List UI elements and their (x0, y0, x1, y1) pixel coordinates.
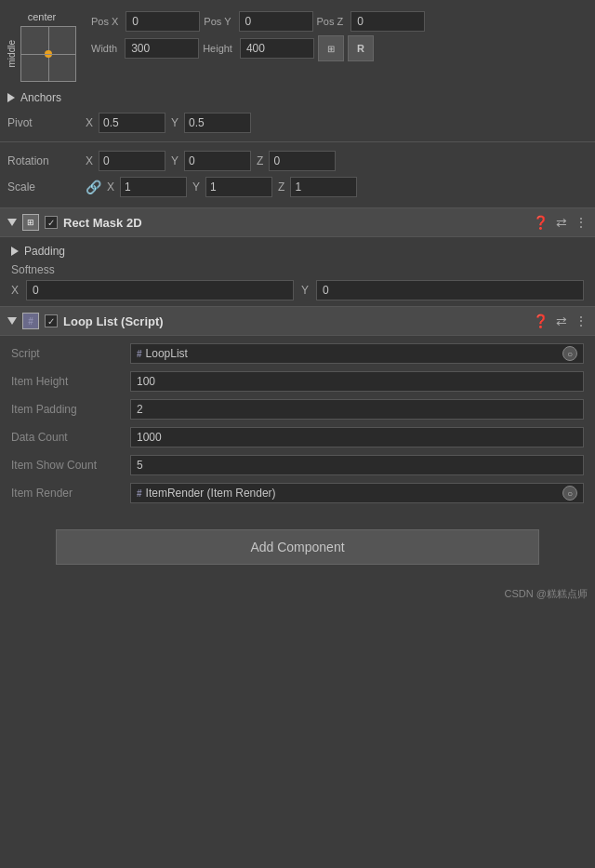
pivot-y-input[interactable] (184, 113, 251, 133)
rect-mask-help-icon[interactable]: ❓ (533, 215, 549, 230)
scale-link-icon: 🔗 (86, 180, 101, 194)
rect-mask-component-icon: ⊞ (22, 214, 39, 231)
rotation-y-input[interactable] (184, 151, 251, 171)
pos-x-label: Pos X (91, 16, 122, 27)
item-height-row: Item Height (0, 367, 595, 395)
width-input[interactable] (125, 38, 199, 59)
pos-xyz-row: Pos X Pos Y Pos Z (91, 11, 588, 32)
loop-list-settings-icon[interactable]: ⇄ (556, 314, 567, 328)
loop-list-component: # Loop List (Script) ❓ ⇄ ⋮ Script # Loop… (0, 306, 595, 511)
softness-label: Softness (11, 263, 584, 276)
item-height-label: Item Height (11, 375, 123, 388)
item-render-row: Item Render # ItemRender (Item Render) ○ (0, 479, 595, 507)
loop-list-checkbox[interactable] (45, 314, 58, 327)
anchor-visual: center middle (7, 11, 76, 82)
rect-mask-triangle-icon[interactable] (7, 219, 17, 226)
pos-z-input[interactable] (350, 11, 425, 32)
padding-collapse-row[interactable]: Padding (0, 241, 595, 261)
softness-x-input[interactable] (26, 280, 294, 300)
anchors-triangle-icon (7, 93, 15, 102)
rect-mask-component: ⊞ Rect Mask 2D ❓ ⇄ ⋮ Padding Softness X … (0, 207, 595, 306)
scale-row: Scale 🔗 X Y Z (0, 174, 595, 200)
watermark: CSDN @糕糕点师 (0, 583, 595, 605)
height-label: Height (203, 43, 236, 54)
add-component-button[interactable]: Add Component (56, 529, 539, 565)
width-label: Width (91, 43, 121, 54)
anchor-dot (45, 50, 52, 58)
softness-y-label: Y (301, 284, 309, 297)
scale-z-input[interactable] (290, 177, 357, 197)
position-fields: Pos X Pos Y Pos Z Width Height ⊞ R (91, 11, 588, 65)
pos-x-input[interactable] (126, 11, 200, 32)
data-count-input[interactable] (130, 427, 584, 447)
pivot-y-label: Y (171, 116, 178, 129)
scale-xyz: 🔗 X Y Z (86, 177, 588, 197)
softness-xy: X Y (11, 280, 584, 300)
item-show-count-label: Item Show Count (11, 459, 123, 472)
anchors-label: Anchors (20, 91, 61, 104)
pivot-xy: X Y (86, 113, 588, 133)
script-field-row: Script # LoopList ○ (0, 340, 595, 367)
item-render-circle-btn[interactable]: ○ (562, 486, 577, 501)
pivot-label: Pivot (7, 116, 82, 129)
scale-x-label: X (107, 180, 114, 194)
rect-mask-settings-icon[interactable]: ⇄ (556, 215, 567, 230)
rect-mask-title: Rect Mask 2D (63, 216, 527, 230)
script-circle-btn[interactable]: ○ (562, 346, 577, 361)
rect-mask-body: Padding Softness X Y (0, 237, 595, 306)
data-count-row: Data Count (0, 423, 595, 451)
rotation-label: Rotation (7, 154, 82, 167)
pos-y-label: Pos Y (204, 16, 234, 27)
loop-list-icon: # (22, 313, 39, 329)
anchor-middle-label: middle (7, 40, 17, 67)
scale-x-input[interactable] (120, 177, 187, 197)
r-icon[interactable]: R (348, 35, 374, 61)
rect-mask-checkbox[interactable] (45, 216, 58, 229)
item-padding-input[interactable] (130, 399, 584, 420)
item-show-count-row: Item Show Count (0, 451, 595, 479)
rotation-x-input[interactable] (99, 151, 165, 171)
rotation-x-label: X (86, 154, 93, 167)
transform-section: center middle Pos X Pos Y Pos Z Width (0, 0, 595, 207)
scale-z-label: Z (278, 180, 284, 194)
script-field-value: # LoopList ○ (130, 343, 584, 364)
item-height-input[interactable] (130, 371, 584, 392)
loop-list-actions: ❓ ⇄ ⋮ (533, 314, 588, 328)
pos-y-input[interactable] (239, 11, 313, 32)
softness-x-label: X (11, 284, 19, 297)
anchor-center-label: center (28, 11, 57, 22)
anchor-pos-row: center middle Pos X Pos Y Pos Z Width (0, 7, 595, 86)
add-component-wrapper: Add Component (0, 511, 595, 583)
anchors-collapse-row[interactable]: Anchors (7, 87, 588, 108)
anchor-box-row: middle (7, 26, 76, 82)
rect-mask-actions: ❓ ⇄ ⋮ (533, 215, 588, 230)
pivot-x-input[interactable] (99, 113, 165, 133)
pivot-row: Pivot X Y (0, 110, 595, 136)
rotation-z-input[interactable] (269, 151, 336, 171)
item-render-hash-icon: # (137, 488, 142, 499)
rotation-y-label: Y (171, 154, 178, 167)
softness-y-input[interactable] (316, 280, 584, 300)
scale-y-label: Y (192, 180, 200, 194)
loop-list-help-icon[interactable]: ❓ (533, 314, 549, 328)
padding-label: Padding (24, 245, 65, 258)
hash-icon: # (28, 316, 33, 327)
scale-y-input[interactable] (205, 177, 272, 197)
loop-list-triangle-icon[interactable] (7, 317, 17, 325)
rotation-xyz: X Y Z (86, 151, 588, 171)
scale-label: Scale (7, 180, 82, 194)
resize-icon[interactable]: ⊞ (318, 35, 344, 61)
anchor-box[interactable] (20, 26, 76, 82)
loop-list-header: # Loop List (Script) ❓ ⇄ ⋮ (0, 306, 595, 336)
item-render-value-text: ItemRender (Item Render) (146, 487, 276, 500)
item-padding-label: Item Padding (11, 403, 123, 416)
loop-list-menu-icon[interactable]: ⋮ (575, 314, 588, 328)
divider-1 (0, 141, 595, 142)
height-input[interactable] (240, 38, 314, 59)
item-show-count-input[interactable] (130, 455, 584, 475)
rotation-row: Rotation X Y Z (0, 148, 595, 174)
script-field-label: Script (11, 347, 123, 360)
item-render-value: # ItemRender (Item Render) ○ (130, 483, 584, 503)
loop-list-title: Loop List (Script) (63, 314, 527, 328)
rect-mask-menu-icon[interactable]: ⋮ (575, 215, 588, 230)
